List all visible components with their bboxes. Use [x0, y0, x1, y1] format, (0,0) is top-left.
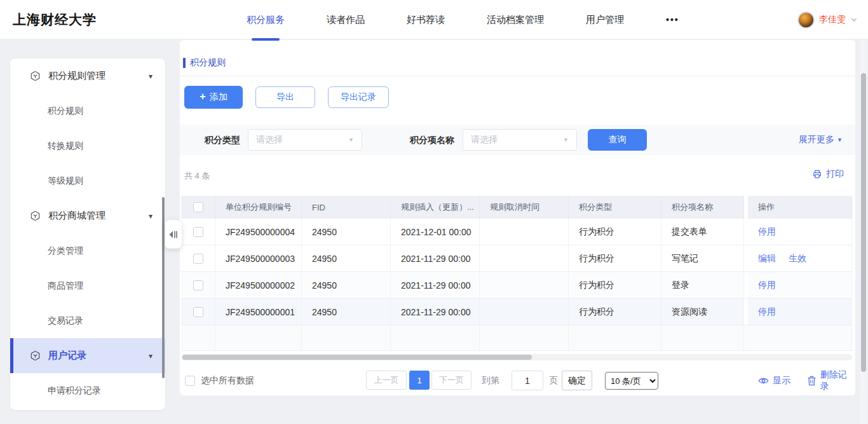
cell-rule-id: JF249500000003 — [215, 245, 302, 272]
cell-item: 资源阅读 — [661, 299, 744, 325]
edit-link[interactable]: 编辑 — [758, 253, 776, 264]
export-button[interactable]: 导出 — [255, 86, 315, 108]
sidebar-group-user-records[interactable]: 用户记录 ▾ — [10, 338, 165, 373]
cell-cancelled — [480, 299, 569, 325]
caret-down-icon: ▾ — [149, 72, 153, 81]
export-records-button[interactable]: 导出记录 — [328, 86, 389, 108]
sidebar-item-transaction-records[interactable]: 交易记录 — [10, 303, 165, 338]
select-all-header-checkbox[interactable] — [193, 202, 203, 212]
table-footer: 选中所有数据 上一页 1 下一页 到第 页 确定 10 条/页 显示 删除记录 — [180, 366, 855, 395]
column-header: 操作 — [748, 196, 852, 219]
caret-down-icon: ▼ — [348, 137, 354, 143]
delete-records-link[interactable]: 删除记录 — [807, 366, 855, 395]
total-count-text: 共 4 条 — [184, 170, 210, 182]
page-title-row: 积分规则 — [183, 57, 226, 69]
row-checkbox[interactable] — [193, 307, 203, 317]
table-row: JF249500000003 24950 2021-11-29 00:00 行为… — [181, 245, 852, 272]
cell-cancelled — [480, 219, 569, 245]
column-header: 规则取消时间 — [480, 196, 569, 219]
nav-more-ellipsis[interactable]: ••• — [666, 0, 679, 39]
sidebar-item-category-mgmt[interactable]: 分类管理 — [10, 233, 165, 268]
sidebar-item-level-rule[interactable]: 等级规则 — [10, 163, 165, 198]
sidebar-item-points-rule[interactable]: 积分规则 — [10, 93, 165, 128]
cell-inserted: 2021-11-29 00:00 — [391, 272, 480, 299]
caret-down-icon: ▾ — [149, 212, 153, 221]
expand-more-label: 展开更多 — [799, 134, 834, 146]
sidebar-item-label: 积分规则 — [48, 106, 83, 117]
caret-down-icon: ▼ — [563, 137, 569, 143]
caret-down-icon: ▾ — [149, 352, 153, 360]
data-table: 单位积分规则编号 FID 规则插入（更新）... 规则取消时间 积分类型 积分项… — [181, 196, 852, 351]
table-row: JF249500000004 24950 2021-12-01 00:00 行为… — [181, 219, 852, 245]
cell-fid: 24950 — [302, 299, 391, 325]
disable-link[interactable]: 停用 — [758, 226, 776, 238]
title-accent-bar — [183, 58, 186, 68]
vertical-scrollbar-thumb[interactable] — [861, 73, 866, 372]
nav-tab-points-service[interactable]: 积分服务 — [247, 0, 285, 39]
cell-type: 行为积分 — [569, 299, 661, 325]
cell-type: 行为积分 — [569, 219, 661, 245]
cube-icon — [29, 210, 41, 222]
cell-rule-id: JF249500000004 — [215, 219, 302, 245]
add-button[interactable]: + 添加 — [184, 86, 243, 109]
show-columns-link[interactable]: 显示 — [758, 366, 790, 395]
trash-icon — [807, 376, 817, 386]
sidebar-item-convert-rule[interactable]: 转换规则 — [10, 128, 165, 163]
print-link[interactable]: 打印 — [812, 168, 844, 180]
cell-rule-id: JF249500000002 — [215, 272, 302, 299]
horizontal-scrollbar-thumb[interactable] — [182, 355, 532, 360]
column-header: FID — [302, 196, 391, 219]
cell-fid: 24950 — [302, 219, 391, 245]
sidebar: 积分规则管理 ▾ 积分规则 转换规则 等级规则 积分商城管理 ▾ 分类管理 商品… — [10, 58, 165, 410]
brand-title: 上海财经大学 — [13, 0, 97, 39]
cube-icon — [29, 350, 41, 362]
goto-page-input[interactable] — [512, 371, 543, 390]
row-checkbox[interactable] — [193, 227, 203, 237]
points-type-select[interactable]: 请选择 ▼ — [248, 129, 362, 151]
delete-records-label: 删除记录 — [820, 369, 855, 392]
sidebar-group-points-rule-mgmt[interactable]: 积分规则管理 ▾ — [10, 58, 165, 93]
search-button-label: 查询 — [609, 134, 627, 146]
current-page-button[interactable]: 1 — [409, 371, 430, 390]
search-button[interactable]: 查询 — [588, 129, 647, 151]
cell-item: 写笔记 — [661, 245, 744, 272]
next-page-button[interactable]: 下一页 — [431, 371, 471, 390]
select-placeholder: 请选择 — [256, 134, 283, 146]
cell-inserted: 2021-11-29 00:00 — [391, 245, 480, 272]
add-button-label: 添加 — [210, 92, 227, 103]
page-size-select[interactable]: 10 条/页 — [605, 372, 658, 390]
disable-link[interactable]: 停用 — [758, 306, 776, 318]
cell-fid: 24950 — [302, 245, 391, 272]
activate-link[interactable]: 生效 — [789, 253, 806, 264]
disable-link[interactable]: 停用 — [758, 280, 776, 291]
sidebar-item-product-mgmt[interactable]: 商品管理 — [10, 268, 165, 303]
avatar — [797, 11, 815, 29]
prev-page-button[interactable]: 上一页 — [366, 371, 407, 390]
chevron-down-icon — [850, 16, 858, 24]
export-button-label: 导出 — [276, 92, 294, 103]
nav-tab-activity-archive[interactable]: 活动档案管理 — [487, 0, 544, 39]
select-placeholder: 请选择 — [471, 134, 498, 146]
row-checkbox[interactable] — [193, 254, 203, 264]
row-checkbox[interactable] — [193, 280, 203, 291]
filter-bar: 积分类型 请选择 ▼ 积分项名称 请选择 ▼ 查询 展开更多 ▼ — [180, 125, 855, 155]
sidebar-group-points-mall-mgmt[interactable]: 积分商城管理 ▾ — [10, 198, 165, 233]
cell-type: 行为积分 — [569, 245, 661, 272]
points-item-name-select[interactable]: 请选择 ▼ — [463, 129, 577, 151]
confirm-button[interactable]: 确定 — [562, 371, 592, 390]
sidebar-item-apply-points-records[interactable]: 申请积分记录 — [10, 373, 165, 408]
sidebar-collapse-handle[interactable] — [165, 220, 182, 249]
select-all-checkbox[interactable] — [185, 376, 195, 386]
table-row: JF249500000002 24950 2021-11-29 00:00 行为… — [181, 272, 852, 299]
cube-icon — [29, 70, 41, 82]
nav-tab-user-management[interactable]: 用户管理 — [586, 0, 624, 39]
print-label: 打印 — [826, 168, 844, 180]
nav-tab-reader-works[interactable]: 读者作品 — [327, 0, 365, 39]
printer-icon — [812, 169, 822, 179]
user-menu[interactable]: 李佳雯 — [797, 0, 858, 39]
nav-tab-book-recommend[interactable]: 好书荐读 — [407, 0, 445, 39]
column-header: 单位积分规则编号 — [215, 196, 302, 219]
cell-item: 提交表单 — [661, 219, 744, 245]
expand-more-link[interactable]: 展开更多 ▼ — [799, 125, 843, 155]
page-title: 积分规则 — [190, 57, 226, 69]
